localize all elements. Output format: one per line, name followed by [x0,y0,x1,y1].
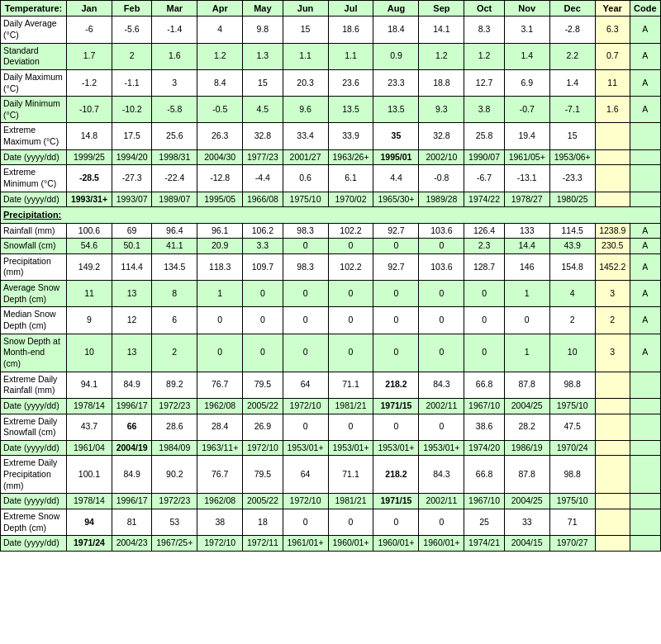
col-jul: Jul [328,1,373,17]
row-label-std-dev: Standard Deviation [1,43,67,69]
cell-median-snow-col11: 2 [549,307,595,334]
cell-rainfall-col1: 69 [112,223,151,239]
cell-date-extreme-max-col3: 2004/30 [197,149,243,165]
cell-daily-min-col3: -0.5 [197,97,243,123]
cell-rainfall-col11: 114.5 [549,223,595,239]
cell-rainfall-col9: 126.4 [464,223,504,239]
cell-daily-min-col11: -7.1 [549,97,595,123]
cell-date-extreme-daily-precip-col0: 1978/14 [67,494,112,509]
cell-extreme-daily-snowfall-col8: 0 [419,414,464,440]
cell-snow-depth-month-end-col9: 0 [464,334,504,372]
cell-date-extreme-max-col9: 1990/07 [464,149,504,165]
row-label-daily-min: Daily Minimum (°C) [1,97,67,123]
cell-extreme-min-col4: -4.4 [243,165,283,192]
cell-date-extreme-daily-rainfall-col10: 2004/25 [504,398,549,414]
cell-date-extreme-daily-rainfall-col4: 2005/22 [243,398,283,414]
cell-date-extreme-daily-precip-col12 [595,494,630,509]
cell-extreme-max-col9: 25.8 [464,123,504,149]
cell-date-extreme-max-col2: 1998/31 [152,149,197,165]
cell-date-extreme-min-col12 [595,192,630,207]
cell-precipitation-col11: 154.8 [549,253,595,280]
row-label-date-extreme-daily-rainfall: Date (yyyy/dd) [1,398,67,414]
cell-extreme-max-col12 [595,123,630,149]
cell-extreme-daily-rainfall-col1: 84.9 [112,372,151,398]
cell-daily-min-col13: A [630,97,660,123]
cell-median-snow-col13: A [630,307,660,334]
cell-date-extreme-min-col3: 1995/05 [197,192,243,207]
cell-date-extreme-daily-precip-col7: 1971/15 [373,494,419,509]
cell-date-extreme-daily-rainfall-col2: 1972/23 [152,398,197,414]
cell-date-extreme-min-col13 [630,192,660,207]
cell-date-extreme-min-col11: 1980/25 [549,192,595,207]
cell-precipitation-col12: 1452.2 [595,253,630,280]
cell-date-extreme-daily-snowfall-col6: 1953/01+ [328,440,373,456]
cell-extreme-daily-precip-col0: 100.1 [67,456,112,494]
cell-date-extreme-daily-precip-col4: 2005/22 [243,494,283,509]
cell-precipitation-col1: 114.4 [112,253,151,280]
cell-date-extreme-daily-snowfall-col1: 2004/19 [112,440,151,456]
cell-avg-snow-depth-col2: 8 [152,281,197,307]
cell-extreme-daily-rainfall-col5: 64 [283,372,328,398]
cell-date-extreme-snow-depth-col4: 1972/11 [243,536,283,552]
cell-precipitation-col4: 109.7 [243,253,283,280]
cell-extreme-daily-snowfall-col10: 28.2 [504,414,549,440]
row-label-date-extreme-min: Date (yyyy/dd) [1,192,67,207]
cell-daily-max-col5: 20.3 [283,69,328,96]
cell-snow-depth-month-end-col13: A [630,334,660,372]
cell-daily-avg-col12: 6.3 [595,17,630,43]
cell-date-extreme-daily-snowfall-col10: 1986/19 [504,440,549,456]
cell-extreme-max-col8: 32.8 [419,123,464,149]
cell-date-extreme-snow-depth-col9: 1974/21 [464,536,504,552]
cell-snow-depth-month-end-col6: 0 [328,334,373,372]
cell-extreme-min-col9: -6.7 [464,165,504,192]
cell-extreme-max-col2: 25.6 [152,123,197,149]
cell-extreme-daily-snowfall-col1: 66 [112,414,151,440]
cell-snowfall-col4: 3.3 [243,239,283,254]
cell-extreme-max-col1: 17.5 [112,123,151,149]
cell-date-extreme-snow-depth-col10: 2004/15 [504,536,549,552]
cell-daily-min-col10: -0.7 [504,97,549,123]
cell-daily-min-col1: -10.2 [112,97,151,123]
cell-precipitation-col6: 102.2 [328,253,373,280]
cell-avg-snow-depth-col11: 4 [549,281,595,307]
cell-date-extreme-min-col2: 1989/07 [152,192,197,207]
cell-extreme-snow-depth-col0: 94 [67,509,112,536]
cell-daily-min-col8: 9.3 [419,97,464,123]
cell-extreme-snow-depth-col7: 0 [373,509,419,536]
cell-daily-avg-col11: -2.8 [549,17,595,43]
cell-std-dev-col1: 2 [112,43,151,69]
cell-date-extreme-daily-snowfall-col13 [630,440,660,456]
cell-median-snow-col7: 0 [373,307,419,334]
cell-rainfall-col0: 100.6 [67,223,112,239]
cell-date-extreme-daily-precip-col1: 1996/17 [112,494,151,509]
cell-avg-snow-depth-col13: A [630,281,660,307]
cell-precipitation-col0: 149.2 [67,253,112,280]
cell-precipitation-col2: 134.5 [152,253,197,280]
cell-precipitation-col7: 92.7 [373,253,419,280]
cell-date-extreme-snow-depth-col3: 1972/10 [197,536,243,552]
row-label-extreme-daily-precip: Extreme Daily Precipitation (mm) [1,456,67,494]
cell-extreme-max-col5: 33.4 [283,123,328,149]
cell-date-extreme-snow-depth-col8: 1960/01+ [419,536,464,552]
cell-daily-avg-col6: 18.6 [328,17,373,43]
col-jan: Jan [67,1,112,17]
cell-median-snow-col4: 0 [243,307,283,334]
cell-extreme-daily-snowfall-col0: 43.7 [67,414,112,440]
cell-snow-depth-month-end-col4: 0 [243,334,283,372]
cell-median-snow-col1: 12 [112,307,151,334]
cell-daily-min-col6: 13.5 [328,97,373,123]
col-year: Year [595,1,630,17]
cell-date-extreme-max-col8: 2002/10 [419,149,464,165]
cell-snow-depth-month-end-col8: 0 [419,334,464,372]
cell-date-extreme-min-col8: 1989/28 [419,192,464,207]
cell-extreme-daily-snowfall-col11: 47.5 [549,414,595,440]
row-label-extreme-max: Extreme Maximum (°C) [1,123,67,149]
row-label-extreme-snow-depth: Extreme Snow Depth (cm) [1,509,67,536]
cell-daily-min-col2: -5.8 [152,97,197,123]
cell-rainfall-col6: 102.2 [328,223,373,239]
cell-snowfall-col0: 54.6 [67,239,112,254]
cell-extreme-min-col11: -23.3 [549,165,595,192]
cell-std-dev-col8: 1.2 [419,43,464,69]
cell-std-dev-col6: 1.1 [328,43,373,69]
cell-daily-max-col8: 18.8 [419,69,464,96]
